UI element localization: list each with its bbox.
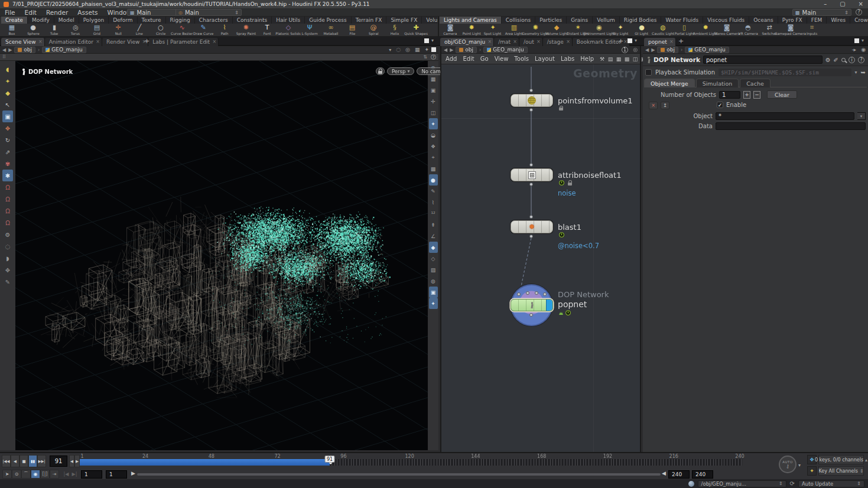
radial-menu-icon[interactable]: ◎ xyxy=(633,47,638,53)
keyframe-pointer-icon[interactable]: ➤ xyxy=(2,470,12,479)
shelf-tab-grains[interactable]: Grains xyxy=(567,17,593,24)
shelf-tool-volume-light[interactable]: ◆Volume Light xyxy=(546,24,567,37)
network-menu-view[interactable]: View xyxy=(492,55,512,63)
shelf-tool-line[interactable]: ╱Line xyxy=(129,24,150,37)
shelf-tab-texture[interactable]: Texture xyxy=(138,17,166,24)
snapshot-icon[interactable]: ▩ xyxy=(429,163,438,174)
axis-icon[interactable]: ✥ xyxy=(2,264,13,276)
shelf-tool-gamepad-camera[interactable]: ◙Gamepad Camera xyxy=(780,24,801,37)
shelf-tab-terrain-fx[interactable]: Terrain FX xyxy=(352,17,387,24)
transform-handle-icon[interactable]: ⌖ xyxy=(429,152,438,163)
node-input-dot[interactable] xyxy=(526,291,529,295)
close-button[interactable]: × xyxy=(859,0,863,8)
pen-icon[interactable]: ✎ xyxy=(429,186,438,197)
shelf-tool-helix[interactable]: §Helix xyxy=(384,24,405,37)
back-icon[interactable]: ◀ xyxy=(2,47,6,53)
jump-start-button[interactable]: |◀◀ xyxy=(2,455,11,467)
layout-toggle-icon[interactable]: ⇅ xyxy=(423,54,427,60)
radial-menu-icon[interactable]: ◉ xyxy=(861,47,866,53)
maximize-button[interactable]: ▢ xyxy=(840,0,845,8)
shelf-tool-draw-curve[interactable]: ✎Draw Curve xyxy=(193,24,214,37)
camera-mode-button[interactable]: Persp▾ xyxy=(387,67,414,75)
stowbar-icon[interactable]: ▦ xyxy=(415,47,420,53)
step-back-button[interactable]: ◀ xyxy=(69,455,74,467)
perspective-icon[interactable]: ◫ xyxy=(429,107,438,118)
pane-tab-popnet[interactable]: popnet xyxy=(644,38,676,46)
path-root[interactable]: obj xyxy=(456,47,477,53)
pane-stow-icon[interactable] xyxy=(854,38,859,43)
scoped-channel-key-button[interactable]: AUTO ⚷ xyxy=(779,456,797,473)
list-view-icon[interactable]: ▤ xyxy=(606,55,615,63)
jump-end-button[interactable]: ▶▶| xyxy=(37,455,46,467)
shelf-tab-polygon[interactable]: Polygon xyxy=(79,17,109,24)
bracket-keys-icon[interactable]: [|] xyxy=(40,470,50,479)
path-root[interactable]: obj xyxy=(14,47,35,53)
shelf-tab-deform[interactable]: Deform xyxy=(109,17,137,24)
node-output-dot[interactable] xyxy=(529,235,533,238)
shelf-tab-lights-and-cameras[interactable]: Lights and Cameras xyxy=(440,17,502,24)
global-range-end-field[interactable]: 240 xyxy=(692,470,713,479)
network-menu-help[interactable]: Help xyxy=(577,55,597,63)
node-attribnoisefloat1[interactable] xyxy=(511,168,553,181)
playback-simulation-checkbox[interactable] xyxy=(645,69,652,76)
node-pointsfromvolume1[interactable] xyxy=(511,94,553,107)
param-tab-cache[interactable]: Cache xyxy=(740,79,771,87)
high-quality-icon[interactable]: ❖ xyxy=(429,141,438,152)
shelf-tab-simple-fx[interactable]: Simple FX xyxy=(386,17,422,24)
node-input-dot[interactable] xyxy=(529,215,533,219)
forward-icon[interactable]: ▶ xyxy=(450,47,453,53)
net-tools-icon[interactable]: ⚒ xyxy=(598,55,606,63)
param-tab-simulation[interactable]: Simulation xyxy=(696,79,739,87)
shelf-tool-point-light[interactable]: ✸Point Light xyxy=(461,24,482,37)
play-reverse-button[interactable]: ◀ xyxy=(11,455,19,467)
node-input-dot[interactable] xyxy=(517,292,521,296)
shelf-tab-viscous-fluids[interactable]: Viscous Fluids xyxy=(703,17,749,24)
shelf-tool-stereo-camera[interactable]: ◙Stereo Camera xyxy=(716,24,737,37)
menu-render[interactable]: Render xyxy=(41,8,73,17)
dolly-icon[interactable]: ✛ xyxy=(429,96,438,107)
shelf-tab-particles[interactable]: Particles xyxy=(535,17,567,24)
shelf-tool-spot-light[interactable]: ✦Spot Light xyxy=(482,24,503,37)
node-output-dot[interactable] xyxy=(529,313,533,317)
pane-stow-icon[interactable] xyxy=(628,38,632,43)
add-pane-tab-button[interactable]: + xyxy=(615,37,627,45)
node-label[interactable]: attribnoisefloat1 xyxy=(558,171,621,180)
magnet-icon[interactable]: Ω xyxy=(2,217,13,229)
brush-icon[interactable]: ✐ xyxy=(834,57,838,63)
node-output-dot[interactable] xyxy=(529,183,533,186)
display-options-icon[interactable]: ✦ xyxy=(429,298,438,309)
network-menu-add[interactable]: Add xyxy=(443,55,460,63)
pane-tab-scene-view[interactable]: Scene View xyxy=(1,38,45,46)
current-frame-field[interactable]: 91 xyxy=(50,456,67,467)
help-icon[interactable]: ? xyxy=(858,57,864,63)
pose-tool-icon[interactable]: ✾ xyxy=(2,158,13,170)
network-menu-layout[interactable]: Layout xyxy=(532,55,558,63)
add-pane-tab-button[interactable]: + xyxy=(675,37,687,45)
lighting-icon[interactable]: ✦ xyxy=(429,118,438,129)
shelf-tab-rigging[interactable]: Rigging xyxy=(166,17,195,24)
frame-ruler[interactable]: 91 124487296120144168192216240 xyxy=(80,454,742,469)
sketch-icon[interactable]: ✎ xyxy=(2,276,13,288)
shelf-tool-metaball[interactable]: ∞Metaball xyxy=(320,24,342,37)
stop-button[interactable]: ■ xyxy=(19,455,28,467)
object-field[interactable]: * xyxy=(716,112,854,120)
shelf-tool-portal-light[interactable]: ▯Portal Light xyxy=(674,24,695,37)
split-pane-icon[interactable]: ◫ xyxy=(631,55,639,63)
toolbar-grip-icon[interactable]: ⠿ xyxy=(2,54,6,60)
help-icon[interactable]: ? xyxy=(856,9,862,15)
shelf-tool-l-system[interactable]: ΨL-System xyxy=(299,24,320,37)
snapshot-circle-icon[interactable]: ◌ xyxy=(396,47,401,53)
update-mode-selector[interactable]: Auto Update⇕ xyxy=(798,480,864,487)
soft-magnet-icon[interactable]: Ω xyxy=(2,205,13,217)
chevron-down-icon[interactable]: ▾ xyxy=(635,38,637,43)
chevron-down-icon[interactable]: ▾ xyxy=(389,47,391,53)
pane-tab-mat[interactable]: /mat xyxy=(494,38,519,46)
param-tab-object-merge[interactable]: Object Merge xyxy=(644,79,695,87)
key-icon-button[interactable]: ✦ xyxy=(807,466,817,476)
shade-icon[interactable]: ◆ xyxy=(429,242,438,253)
shelf-tool-null[interactable]: ✛Null xyxy=(108,24,129,37)
grid-view-icon[interactable]: ▦ xyxy=(615,55,623,63)
pane-tab-obj-geo-manju[interactable]: obj/GEO_manju xyxy=(440,38,494,46)
image-plane-icon[interactable]: ▣ xyxy=(429,287,438,298)
points-display-icon[interactable]: ● xyxy=(429,174,438,186)
